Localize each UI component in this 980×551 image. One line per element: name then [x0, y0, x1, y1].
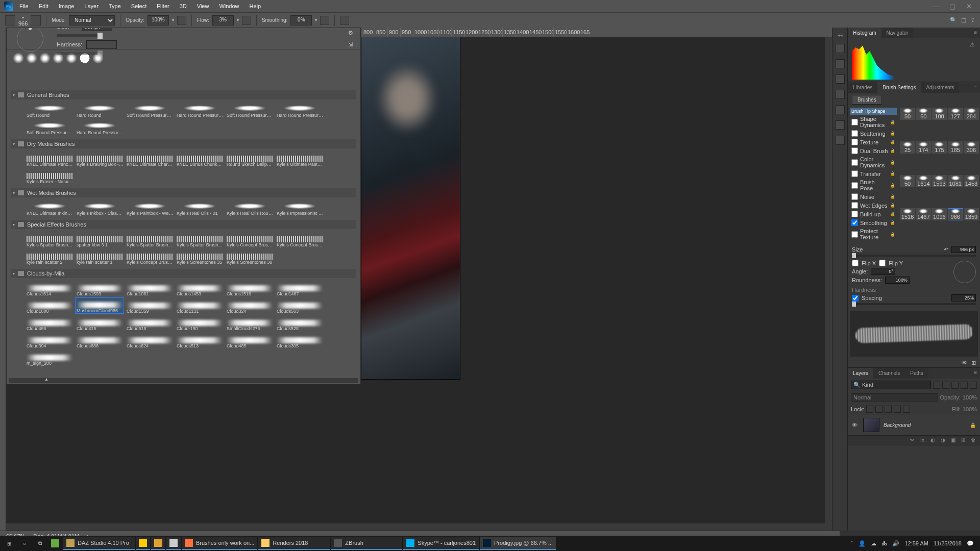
cortana-icon[interactable]: ○ — [17, 537, 32, 550]
filter-kind-select[interactable]: 🔍 Kind — [851, 381, 931, 389]
taskbar-app[interactable]: Brushes only work on... — [182, 537, 257, 550]
brush-preset[interactable]: Cloud1467 — [275, 280, 324, 296]
filter-smart-icon[interactable] — [970, 382, 977, 389]
brush-preset[interactable]: Kyle's Drawing Box - Ha... — [75, 151, 124, 167]
tools-panel[interactable] — [0, 28, 6, 531]
airbrush-icon[interactable] — [242, 16, 251, 25]
brush-preset[interactable]: Clouds305 — [275, 332, 324, 348]
brush-tip-thumb[interactable]: 1081 — [948, 175, 963, 187]
brush-preset[interactable]: Kyle's Spatter Brushes -... — [125, 231, 174, 247]
brush-option-row[interactable]: Wet Edges🔒 — [850, 201, 897, 210]
brush-preset[interactable]: Hard Round Pressure Size — [175, 102, 224, 118]
menu-3d[interactable]: 3D — [175, 1, 192, 11]
task-view-icon[interactable]: ⧉ — [33, 537, 47, 550]
brush-preset[interactable]: Clouds1614 — [25, 280, 74, 296]
brush-preset[interactable]: Soft Round Pressure Op... — [225, 102, 274, 118]
brush-tip-thumb[interactable]: 127 — [948, 108, 963, 120]
menu-view[interactable]: View — [192, 1, 214, 11]
brush-preset[interactable]: Cloud-190 — [175, 315, 224, 331]
brush-preset[interactable]: Clouds886 — [75, 332, 124, 348]
brush-tip-thumb[interactable]: 306 — [964, 141, 979, 154]
brush-tip-thumb[interactable]: 1467 — [916, 208, 931, 220]
tray-date[interactable]: 11/25/2018 — [934, 540, 962, 546]
tray-clock[interactable]: 12:59 AM — [904, 540, 928, 546]
pinned-app[interactable] — [48, 537, 62, 550]
brush-group-header[interactable]: ▾Dry Media Brushes — [11, 139, 356, 148]
filter-shape-icon[interactable] — [961, 382, 968, 389]
brush-preset[interactable]: Kyle's Concept Brushes -... — [275, 231, 324, 247]
popup-pin-icon[interactable]: ⇲ — [348, 41, 353, 48]
brush-preset[interactable]: Kyle's Spatter Brushes -... — [175, 231, 224, 247]
preview-toggle-icon[interactable]: 👁 — [962, 360, 967, 366]
brush-preset[interactable]: Kyle's Paintbox - Wet Bl... — [125, 199, 174, 216]
panel-menu-icon[interactable]: ≡ — [971, 28, 980, 38]
brush-preset[interactable]: Kyle's Screentones 38 — [225, 248, 274, 265]
brush-option-row[interactable]: Build-up🔒 — [850, 210, 897, 218]
brush-tip-thumb[interactable]: 174 — [916, 141, 931, 154]
brush-tip-thumb[interactable]: 1593 — [932, 175, 947, 187]
brush-preset[interactable]: Kyle's Ultimate Pastel Pa... — [275, 151, 324, 167]
menu-window[interactable]: Window — [214, 1, 244, 11]
panel-icon[interactable] — [836, 105, 845, 114]
brush-option-row[interactable]: Smoothing🔒 — [850, 218, 897, 227]
panel-icon[interactable] — [836, 44, 845, 53]
flow-dropdown-icon[interactable]: ▾ — [237, 18, 239, 22]
scrollbar-vertical[interactable] — [825, 37, 832, 531]
brush-preset[interactable]: Kyle's Concept Brushes -... — [125, 248, 174, 265]
tray-volume-icon[interactable]: 🔊 — [892, 540, 899, 547]
brush-preset[interactable]: Soft Round Pressure Op... — [25, 119, 74, 135]
panel-menu-icon[interactable]: ≡ — [971, 82, 980, 93]
brush-tip-thumb[interactable]: 1453 — [964, 175, 979, 187]
group-icon[interactable]: ▣ — [949, 437, 957, 444]
brush-tip-thumb[interactable]: 175 — [932, 141, 947, 154]
workspace-icon[interactable]: ▢ — [961, 17, 966, 23]
brush-tip-thumb[interactable]: 60 — [916, 108, 931, 120]
blend-mode-select[interactable]: Normal — [69, 15, 115, 26]
layer-mask-icon[interactable]: ◐ — [929, 437, 936, 444]
brush-preset[interactable]: Kyle's Screentones 35 — [175, 248, 224, 265]
panel-icon[interactable] — [836, 74, 845, 84]
tab-layers[interactable]: Layers — [848, 368, 873, 379]
brush-group-header[interactable]: ▾Special Effects Brushes — [11, 220, 356, 229]
spacing-checkbox[interactable] — [852, 295, 859, 302]
brush-preset[interactable]: Clouds1593 — [75, 280, 124, 296]
size-reset-icon[interactable]: ↶ — [73, 28, 78, 30]
brush-preset[interactable]: Cloud485 — [225, 332, 274, 348]
share-icon[interactable]: ⇪ — [970, 17, 975, 23]
tray-notifications-icon[interactable]: 💬 — [967, 540, 974, 547]
flipy-checkbox[interactable] — [879, 260, 886, 266]
layer-fx-icon[interactable]: fx — [919, 437, 926, 444]
layer-opacity-value[interactable]: 100% — [963, 394, 977, 400]
brush-preset[interactable]: Round Sketch Ballpoint... — [225, 151, 274, 167]
bs-size-input[interactable] — [951, 246, 976, 253]
flipx-checkbox[interactable] — [852, 260, 859, 266]
brush-preset[interactable]: Clouds624 — [125, 332, 174, 348]
histogram-warning-icon[interactable]: ⚠ — [970, 41, 975, 48]
recent-brush[interactable] — [39, 53, 51, 64]
lock-position-icon[interactable] — [885, 406, 892, 413]
brush-preset[interactable]: kyle rain scatter 2 — [25, 248, 74, 265]
brush-popup-size-slider[interactable] — [9, 378, 358, 383]
brush-preset[interactable]: Kyle's Real Oils Round Fl... — [225, 199, 274, 216]
brush-preset[interactable]: Cloud324 — [225, 297, 274, 314]
lock-icon[interactable]: 🔒 — [970, 422, 976, 428]
filter-adjust-icon[interactable] — [942, 382, 949, 389]
brush-option-row[interactable]: Transfer🔒 — [850, 169, 897, 178]
tray-chevron-icon[interactable]: ˄ — [850, 540, 853, 547]
menu-image[interactable]: Image — [54, 1, 80, 11]
popup-gear-icon[interactable]: ⚙ — [348, 30, 353, 36]
brush-preset[interactable]: Kyle's Real Oils - 01 — [175, 199, 224, 216]
taskbar-app[interactable] — [151, 537, 165, 550]
minimize-icon[interactable]: — — [929, 3, 943, 10]
brush-tip-shape-row[interactable]: Brush Tip Shape — [850, 108, 897, 115]
tab-paths[interactable]: Paths — [905, 368, 928, 379]
layer-name[interactable]: Background — [884, 422, 911, 428]
brush-tip-thumb[interactable]: 50 — [900, 175, 915, 187]
recent-brush[interactable] — [26, 53, 37, 64]
brush-preset[interactable]: spatter kbw 3 1 — [75, 231, 124, 247]
brush-preset[interactable]: KYLE Ultimate Charcoal... — [125, 151, 174, 167]
brush-preset[interactable]: KYLE Ultimate Inking Th... — [25, 199, 74, 216]
brush-tip-thumb[interactable]: 966 — [948, 208, 963, 220]
maximize-icon[interactable]: ▢ — [945, 3, 960, 10]
menu-help[interactable]: Help — [244, 1, 266, 11]
